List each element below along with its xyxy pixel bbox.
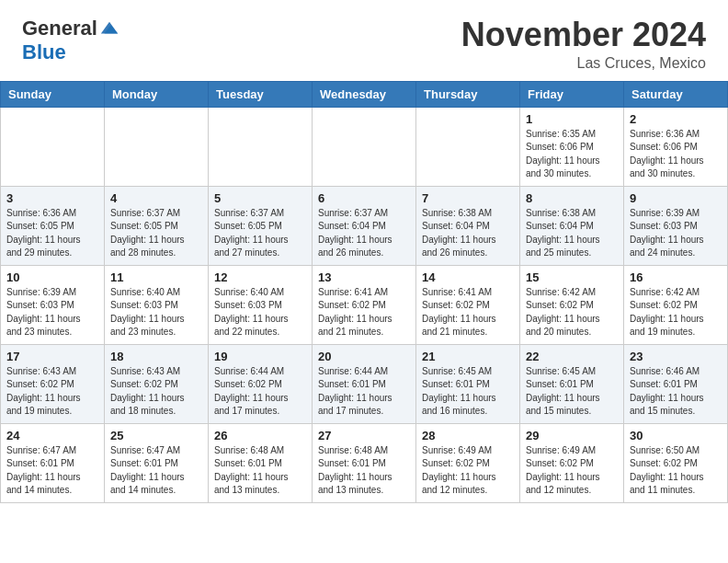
day-number: 9 bbox=[630, 191, 722, 205]
day-info: Sunrise: 6:43 AM Sunset: 6:02 PM Dayligh… bbox=[6, 365, 98, 419]
day-number: 22 bbox=[526, 350, 618, 363]
calendar-cell: 28Sunrise: 6:49 AM Sunset: 6:02 PM Dayli… bbox=[416, 423, 520, 502]
day-info: Sunrise: 6:50 AM Sunset: 6:02 PM Dayligh… bbox=[630, 444, 722, 498]
calendar-cell bbox=[209, 107, 313, 186]
calendar-cell: 10Sunrise: 6:39 AM Sunset: 6:03 PM Dayli… bbox=[1, 265, 105, 344]
weekday-header-sunday: Sunday bbox=[1, 81, 105, 107]
calendar-week-3: 10Sunrise: 6:39 AM Sunset: 6:03 PM Dayli… bbox=[1, 265, 728, 344]
calendar-cell: 11Sunrise: 6:40 AM Sunset: 6:03 PM Dayli… bbox=[105, 265, 209, 344]
day-number: 6 bbox=[318, 191, 410, 205]
day-number: 19 bbox=[214, 350, 306, 363]
calendar-cell: 18Sunrise: 6:43 AM Sunset: 6:02 PM Dayli… bbox=[105, 344, 209, 423]
weekday-header-monday: Monday bbox=[105, 81, 209, 107]
day-number: 18 bbox=[110, 350, 202, 363]
weekday-header-row: SundayMondayTuesdayWednesdayThursdayFrid… bbox=[1, 81, 728, 107]
day-info: Sunrise: 6:42 AM Sunset: 6:02 PM Dayligh… bbox=[526, 286, 618, 339]
day-info: Sunrise: 6:42 AM Sunset: 6:02 PM Dayligh… bbox=[630, 286, 722, 339]
day-info: Sunrise: 6:41 AM Sunset: 6:02 PM Dayligh… bbox=[422, 286, 514, 339]
day-number: 20 bbox=[318, 350, 410, 363]
day-info: Sunrise: 6:49 AM Sunset: 6:02 PM Dayligh… bbox=[526, 444, 618, 498]
day-info: Sunrise: 6:45 AM Sunset: 6:01 PM Dayligh… bbox=[526, 365, 618, 419]
day-info: Sunrise: 6:47 AM Sunset: 6:01 PM Dayligh… bbox=[6, 444, 98, 498]
day-info: Sunrise: 6:47 AM Sunset: 6:01 PM Dayligh… bbox=[110, 444, 202, 498]
day-number: 30 bbox=[630, 429, 722, 442]
day-number: 5 bbox=[214, 191, 306, 205]
calendar-cell: 19Sunrise: 6:44 AM Sunset: 6:02 PM Dayli… bbox=[209, 344, 313, 423]
day-info: Sunrise: 6:41 AM Sunset: 6:02 PM Dayligh… bbox=[318, 286, 410, 339]
weekday-header-friday: Friday bbox=[520, 81, 624, 107]
logo: General Blue bbox=[22, 17, 119, 64]
calendar-cell: 3Sunrise: 6:36 AM Sunset: 6:05 PM Daylig… bbox=[1, 186, 105, 265]
calendar-cell: 14Sunrise: 6:41 AM Sunset: 6:02 PM Dayli… bbox=[416, 265, 520, 344]
day-number: 13 bbox=[318, 270, 410, 284]
weekday-header-wednesday: Wednesday bbox=[313, 81, 416, 107]
calendar-cell: 4Sunrise: 6:37 AM Sunset: 6:05 PM Daylig… bbox=[105, 186, 209, 265]
calendar-cell: 1Sunrise: 6:35 AM Sunset: 6:06 PM Daylig… bbox=[520, 107, 624, 186]
day-number: 1 bbox=[526, 112, 618, 126]
calendar-cell: 29Sunrise: 6:49 AM Sunset: 6:02 PM Dayli… bbox=[520, 423, 624, 502]
calendar-cell: 13Sunrise: 6:41 AM Sunset: 6:02 PM Dayli… bbox=[313, 265, 416, 344]
day-info: Sunrise: 6:40 AM Sunset: 6:03 PM Dayligh… bbox=[110, 286, 202, 339]
day-number: 7 bbox=[422, 191, 514, 205]
day-number: 8 bbox=[526, 191, 618, 205]
day-info: Sunrise: 6:43 AM Sunset: 6:02 PM Dayligh… bbox=[110, 365, 202, 419]
calendar-cell bbox=[105, 107, 209, 186]
day-info: Sunrise: 6:37 AM Sunset: 6:05 PM Dayligh… bbox=[214, 207, 306, 260]
day-number: 28 bbox=[422, 429, 514, 442]
page-header: General Blue November 2024 Las Cruces, M… bbox=[0, 0, 728, 81]
calendar-cell bbox=[313, 107, 416, 186]
calendar-cell: 5Sunrise: 6:37 AM Sunset: 6:05 PM Daylig… bbox=[209, 186, 313, 265]
calendar-cell: 6Sunrise: 6:37 AM Sunset: 6:04 PM Daylig… bbox=[313, 186, 416, 265]
weekday-header-tuesday: Tuesday bbox=[209, 81, 313, 107]
logo-icon bbox=[99, 18, 119, 39]
calendar-cell: 20Sunrise: 6:44 AM Sunset: 6:01 PM Dayli… bbox=[313, 344, 416, 423]
day-number: 17 bbox=[6, 350, 98, 363]
calendar-cell: 30Sunrise: 6:50 AM Sunset: 6:02 PM Dayli… bbox=[624, 423, 728, 502]
calendar-cell: 21Sunrise: 6:45 AM Sunset: 6:01 PM Dayli… bbox=[416, 344, 520, 423]
calendar-cell: 26Sunrise: 6:48 AM Sunset: 6:01 PM Dayli… bbox=[209, 423, 313, 502]
calendar-cell: 16Sunrise: 6:42 AM Sunset: 6:02 PM Dayli… bbox=[624, 265, 728, 344]
location-title: Las Cruces, Mexico bbox=[461, 55, 706, 72]
day-number: 12 bbox=[214, 270, 306, 284]
day-info: Sunrise: 6:36 AM Sunset: 6:06 PM Dayligh… bbox=[630, 128, 722, 181]
calendar-cell bbox=[416, 107, 520, 186]
calendar-cell: 8Sunrise: 6:38 AM Sunset: 6:04 PM Daylig… bbox=[520, 186, 624, 265]
weekday-header-saturday: Saturday bbox=[624, 81, 728, 107]
day-info: Sunrise: 6:48 AM Sunset: 6:01 PM Dayligh… bbox=[318, 444, 410, 498]
calendar-cell: 12Sunrise: 6:40 AM Sunset: 6:03 PM Dayli… bbox=[209, 265, 313, 344]
weekday-header-thursday: Thursday bbox=[416, 81, 520, 107]
day-info: Sunrise: 6:36 AM Sunset: 6:05 PM Dayligh… bbox=[6, 207, 98, 260]
day-number: 27 bbox=[318, 429, 410, 442]
day-number: 15 bbox=[526, 270, 618, 284]
calendar-cell: 24Sunrise: 6:47 AM Sunset: 6:01 PM Dayli… bbox=[1, 423, 105, 502]
day-number: 2 bbox=[630, 112, 722, 126]
calendar-cell: 17Sunrise: 6:43 AM Sunset: 6:02 PM Dayli… bbox=[1, 344, 105, 423]
day-info: Sunrise: 6:44 AM Sunset: 6:01 PM Dayligh… bbox=[318, 365, 410, 419]
calendar-cell: 23Sunrise: 6:46 AM Sunset: 6:01 PM Dayli… bbox=[624, 344, 728, 423]
day-info: Sunrise: 6:44 AM Sunset: 6:02 PM Dayligh… bbox=[214, 365, 306, 419]
calendar-cell: 15Sunrise: 6:42 AM Sunset: 6:02 PM Dayli… bbox=[520, 265, 624, 344]
calendar-week-5: 24Sunrise: 6:47 AM Sunset: 6:01 PM Dayli… bbox=[1, 423, 728, 502]
day-number: 11 bbox=[110, 270, 202, 284]
day-info: Sunrise: 6:35 AM Sunset: 6:06 PM Dayligh… bbox=[526, 128, 618, 181]
day-info: Sunrise: 6:38 AM Sunset: 6:04 PM Dayligh… bbox=[526, 207, 618, 260]
day-number: 14 bbox=[422, 270, 514, 284]
day-info: Sunrise: 6:38 AM Sunset: 6:04 PM Dayligh… bbox=[422, 207, 514, 260]
day-info: Sunrise: 6:37 AM Sunset: 6:05 PM Dayligh… bbox=[110, 207, 202, 260]
title-block: November 2024 Las Cruces, Mexico bbox=[461, 17, 706, 72]
day-info: Sunrise: 6:49 AM Sunset: 6:02 PM Dayligh… bbox=[422, 444, 514, 498]
day-number: 3 bbox=[6, 191, 98, 205]
day-number: 24 bbox=[6, 429, 98, 442]
day-number: 21 bbox=[422, 350, 514, 363]
logo-blue-text: Blue bbox=[22, 40, 66, 64]
logo-general-text: General bbox=[22, 17, 97, 40]
day-number: 4 bbox=[110, 191, 202, 205]
day-number: 25 bbox=[110, 429, 202, 442]
day-info: Sunrise: 6:48 AM Sunset: 6:01 PM Dayligh… bbox=[214, 444, 306, 498]
month-title: November 2024 bbox=[461, 17, 706, 53]
calendar-cell: 22Sunrise: 6:45 AM Sunset: 6:01 PM Dayli… bbox=[520, 344, 624, 423]
calendar-cell: 2Sunrise: 6:36 AM Sunset: 6:06 PM Daylig… bbox=[624, 107, 728, 186]
day-info: Sunrise: 6:46 AM Sunset: 6:01 PM Dayligh… bbox=[630, 365, 722, 419]
day-info: Sunrise: 6:39 AM Sunset: 6:03 PM Dayligh… bbox=[6, 286, 98, 339]
day-number: 26 bbox=[214, 429, 306, 442]
